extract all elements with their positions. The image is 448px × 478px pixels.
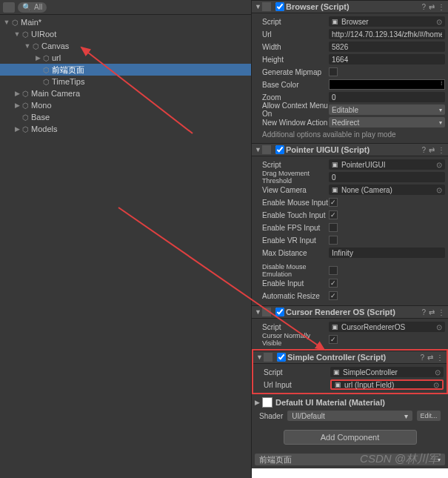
url-input[interactable]: [329, 29, 445, 39]
component-header[interactable]: ▼ Pointer UIGUI (Script) ?⇄⋮: [252, 143, 448, 156]
bottom-dropdown[interactable]: 前端页面: [255, 454, 445, 465]
maxdist-input[interactable]: [329, 248, 445, 258]
enable-checkbox[interactable]: [275, 145, 284, 154]
zoom-input[interactable]: [329, 92, 445, 102]
tree-item-uiroot[interactable]: ▼UIRoot: [0, 28, 251, 40]
material-preview[interactable]: [262, 397, 273, 408]
gameobject-icon: [21, 30, 30, 39]
scene-icon: [10, 18, 19, 27]
script-field[interactable]: Browser⊙: [329, 16, 445, 27]
preset-icon[interactable]: ⇄: [427, 353, 433, 362]
search-icon: 🔍: [22, 3, 31, 11]
component-header[interactable]: ▼ Browser (Script) ?⇄⋮: [252, 0, 448, 13]
inspector-panel: ▼ Browser (Script) ?⇄⋮ ScriptBrowser⊙ Ur…: [252, 0, 448, 478]
create-button[interactable]: [3, 2, 15, 13]
expand-arrow[interactable]: ▶: [13, 102, 21, 109]
edit-button[interactable]: Edit...: [417, 411, 441, 421]
fps-checkbox[interactable]: [329, 223, 338, 232]
script-icon: [262, 145, 271, 154]
width-input[interactable]: [329, 42, 445, 52]
newwindow-dropdown[interactable]: Redirect: [329, 117, 445, 127]
resize-checkbox[interactable]: [329, 291, 338, 300]
tree-item-base[interactable]: Base: [0, 111, 251, 123]
component-pointer: ▼ Pointer UIGUI (Script) ?⇄⋮ ScriptPoint…: [252, 143, 448, 304]
object-picker-icon[interactable]: ⊙: [433, 381, 439, 389]
search-field[interactable]: 🔍 All: [18, 2, 47, 13]
tree-item-mono[interactable]: ▶Mono: [0, 99, 251, 111]
gameobject-icon: [21, 113, 30, 122]
search-placeholder: All: [34, 3, 42, 11]
gameobject-icon: [21, 125, 30, 133]
add-component-button[interactable]: Add Component: [284, 430, 417, 445]
component-browser: ▼ Browser (Script) ?⇄⋮ ScriptBrowser⊙ Ur…: [252, 0, 448, 142]
script-field[interactable]: SimpleController⊙: [330, 367, 444, 377]
collapse-arrow[interactable]: ▼: [256, 353, 264, 361]
scene-root[interactable]: ▼ Main*: [0, 16, 251, 28]
context-dropdown[interactable]: Editable: [329, 104, 445, 115]
input-checkbox[interactable]: [329, 279, 338, 288]
touch-checkbox[interactable]: [329, 210, 338, 219]
hierarchy-panel: 🔍 All ▼ Main* ▼UIRoot ▼Canvas ▶url 前端页面 …: [0, 0, 252, 478]
component-header[interactable]: ▼ Simple Controller (Script) ?⇄⋮: [253, 351, 447, 364]
shader-dropdown[interactable]: UI/Default: [287, 411, 412, 421]
menu-icon[interactable]: ⋮: [438, 3, 445, 11]
object-picker-icon[interactable]: ⊙: [436, 186, 442, 194]
menu-icon[interactable]: ⋮: [436, 353, 444, 362]
help-icon[interactable]: ?: [421, 146, 426, 154]
expand-arrow[interactable]: ▶: [34, 54, 41, 62]
script-field[interactable]: PointerUIGUI⊙: [329, 159, 445, 170]
vr-checkbox[interactable]: [329, 236, 338, 245]
tree-item-models[interactable]: ▶Models: [0, 123, 251, 135]
gameobject-icon: [41, 65, 50, 74]
object-picker-icon[interactable]: ⊙: [436, 323, 442, 331]
tree-item-camera[interactable]: ▶Main Camera: [0, 87, 251, 99]
hierarchy-toolbar: 🔍 All: [0, 0, 251, 15]
tree-item-timetips[interactable]: TimeTips: [0, 76, 251, 87]
help-icon[interactable]: ?: [421, 3, 426, 11]
info-note: Additional options available in play mod…: [255, 129, 445, 140]
object-picker-icon[interactable]: ⊙: [436, 161, 442, 169]
tree-item-url[interactable]: ▶url: [0, 52, 251, 64]
script-icon: [262, 2, 271, 11]
emu-checkbox[interactable]: [329, 266, 338, 275]
preset-icon[interactable]: ⇄: [429, 308, 435, 316]
enable-checkbox[interactable]: [275, 308, 284, 316]
expand-arrow[interactable]: ▼: [13, 30, 21, 38]
tree-item-selected[interactable]: 前端页面: [0, 64, 251, 76]
tree-item-canvas[interactable]: ▼Canvas: [0, 40, 251, 52]
scene-name: Main*: [21, 18, 41, 27]
script-icon: [262, 308, 271, 316]
expand-arrow[interactable]: ▼: [24, 42, 31, 50]
help-icon[interactable]: ?: [420, 353, 424, 362]
menu-icon[interactable]: ⋮: [438, 308, 445, 316]
expand-arrow[interactable]: ▶: [13, 125, 21, 133]
enable-checkbox[interactable]: [277, 353, 286, 362]
script-field[interactable]: CursorRendererOS⊙: [329, 322, 445, 332]
component-header[interactable]: ▼ Cursor Renderer OS (Script) ?⇄⋮: [252, 305, 448, 319]
collapse-arrow[interactable]: ▼: [255, 146, 262, 153]
drag-input[interactable]: [329, 172, 445, 182]
component-material: ▶ Default UI Material (Material) Shader …: [252, 396, 448, 422]
expand-arrow[interactable]: ▶: [13, 90, 21, 97]
mipmap-checkbox[interactable]: [329, 67, 338, 76]
gameobject-icon: [31, 42, 40, 50]
expand-arrow[interactable]: ▼: [3, 19, 10, 26]
color-picker[interactable]: [329, 79, 445, 90]
url-input-field[interactable]: url (Input Field)⊙: [330, 379, 444, 390]
collapse-arrow[interactable]: ▼: [255, 3, 262, 10]
collapse-arrow[interactable]: ▶: [255, 399, 262, 406]
mouse-checkbox[interactable]: [329, 198, 338, 207]
preset-icon[interactable]: ⇄: [429, 3, 435, 11]
help-icon[interactable]: ?: [421, 308, 426, 316]
enable-checkbox[interactable]: [275, 2, 284, 11]
object-picker-icon[interactable]: ⊙: [435, 368, 441, 376]
object-picker-icon[interactable]: ⊙: [436, 18, 442, 26]
height-input[interactable]: [329, 54, 445, 64]
camera-field[interactable]: None (Camera)⊙: [329, 185, 445, 195]
visible-checkbox[interactable]: [329, 335, 338, 344]
collapse-arrow[interactable]: ▼: [255, 308, 262, 316]
hierarchy-tree: ▼ Main* ▼UIRoot ▼Canvas ▶url 前端页面 TimeTi…: [0, 15, 251, 136]
preset-icon[interactable]: ⇄: [429, 146, 435, 154]
script-icon: [264, 353, 273, 362]
menu-icon[interactable]: ⋮: [438, 146, 445, 154]
